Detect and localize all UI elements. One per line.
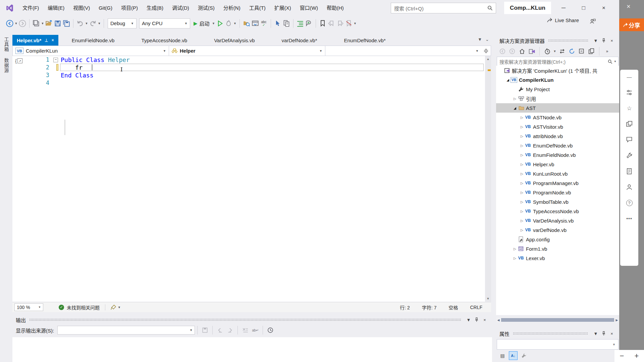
expander-icon[interactable]: ▷ — [519, 219, 525, 223]
menu-item-s[interactable]: 测试(S) — [194, 0, 219, 16]
code-line-3[interactable]: 3End Class — [12, 71, 491, 79]
bookmark-icon[interactable] — [319, 18, 327, 28]
close-icon[interactable]: × — [52, 38, 54, 43]
scroll-up-icon[interactable]: ▲ — [487, 56, 490, 62]
expander-icon[interactable]: ▷ — [512, 247, 518, 251]
chevron-down-icon[interactable]: ▼ — [212, 22, 216, 25]
undo-icon[interactable] — [76, 18, 84, 28]
history-icon[interactable] — [265, 327, 275, 333]
output-panel-header[interactable]: 输出 ▼ × — [12, 315, 492, 324]
expander-icon[interactable]: ◢ — [505, 78, 511, 82]
chevron-down-icon[interactable]: ▼ — [465, 317, 473, 322]
pin-icon[interactable]: ⊣ — [44, 39, 49, 42]
code-editor[interactable]: {↗ 1−Public Class Helper2 fr3End Class4 … — [12, 56, 491, 302]
expander-icon[interactable]: ▷ — [512, 256, 518, 260]
chevron-down-icon[interactable]: ▼ — [353, 22, 357, 25]
tree-item-form1vb[interactable]: ▷Form1.vb — [496, 244, 619, 253]
zoom-out-icon[interactable]: − — [620, 352, 624, 360]
minimize-button[interactable]: ─ — [553, 0, 574, 16]
collapse-all-icon[interactable] — [577, 47, 586, 55]
tab-TypeAccessNodevb[interactable]: TypeAccessNode.vb — [128, 35, 201, 46]
new-project-icon[interactable] — [32, 18, 40, 28]
zoom-in-icon[interactable]: + — [635, 352, 639, 360]
panel-grip[interactable] — [548, 39, 588, 42]
bookmark-prev-icon[interactable] — [327, 18, 335, 28]
tab-VarDefAnalysisvb[interactable]: VarDefAnalysis.vb — [201, 35, 268, 46]
tree-item-symboltablevb[interactable]: ▷VBSymbolTable.vb — [496, 197, 619, 206]
tree-item-programmanagervb[interactable]: ▷VBProgramManager.vb — [496, 178, 619, 188]
menu-item-n[interactable]: 分析(N) — [219, 0, 245, 16]
pending-changes-icon[interactable] — [543, 47, 552, 55]
tab-list-icon[interactable]: ▼ — [478, 37, 482, 42]
scroll-left-icon[interactable]: ◀ — [496, 318, 501, 322]
chevron-down-icon[interactable]: ▼ — [553, 50, 557, 53]
expander-icon[interactable]: ▷ — [519, 228, 525, 232]
back-icon[interactable] — [498, 47, 507, 55]
quick-search-box[interactable]: 搜索 (Ctrl+Q) — [391, 3, 496, 13]
menu-item-e[interactable]: 编辑(E) — [43, 0, 69, 16]
pin-icon[interactable] — [473, 317, 481, 322]
minimize-icon[interactable]: — — [625, 72, 634, 81]
solution-explorer-header[interactable]: 解决方案资源管理器 ▼ × — [496, 35, 619, 46]
help-icon[interactable]: ? — [625, 198, 634, 207]
menu-item-h[interactable]: 帮助(H) — [322, 0, 348, 16]
properties-header[interactable]: 属性 ▼ × — [496, 328, 619, 339]
expander-icon[interactable]: ▷ — [512, 97, 518, 101]
code-cleanup-button[interactable]: ▼ — [111, 305, 121, 310]
interactive-icon[interactable] — [305, 18, 313, 28]
star-icon[interactable]: ☆ — [625, 104, 634, 113]
line-ending-indicator[interactable]: CRLF — [470, 305, 482, 310]
zoom-dropdown[interactable]: 100 % ▼ — [14, 303, 43, 311]
indent-icon[interactable] — [296, 18, 304, 28]
output-source-dropdown[interactable]: ▼ — [57, 326, 195, 335]
open-file-icon[interactable] — [45, 18, 53, 28]
tree-item-appconfig[interactable]: App.config — [496, 235, 619, 244]
search-icon[interactable] — [487, 5, 493, 11]
start-without-debugging-icon[interactable] — [216, 18, 224, 28]
overflow-icon[interactable]: » — [603, 47, 611, 55]
code-line-1[interactable]: 1−Public Class Helper — [12, 56, 491, 64]
expander-icon[interactable]: ◢ — [512, 106, 518, 110]
toggle-layout-icon[interactable]: ⌄ — [485, 37, 489, 42]
tab-Helpervb[interactable]: Helper.vb*⊣× — [12, 35, 58, 46]
menu-item-f[interactable]: 文件(F) — [18, 0, 43, 16]
menu-item-v[interactable]: 视图(V) — [69, 0, 94, 16]
type-dropdown[interactable]: Helper ▼ — [169, 46, 325, 56]
menu-item-d[interactable]: 调试(D) — [168, 0, 194, 16]
maximize-button[interactable]: □ — [574, 0, 594, 16]
chevron-down-icon[interactable]: ▼ — [14, 22, 18, 25]
menu-item-p[interactable]: 项目(P) — [117, 0, 142, 16]
tree-item-vardefanalysisvb[interactable]: ▷VBVarDefAnalysis.vb — [496, 216, 619, 225]
switch-views-icon[interactable] — [558, 47, 567, 55]
tree-item-enumfieldnodevb[interactable]: ▷VBEnumFieldNode.vb — [496, 150, 619, 160]
expander-icon[interactable]: ▷ — [519, 172, 525, 176]
chat-icon[interactable] — [625, 135, 634, 144]
expander-icon[interactable]: ▷ — [519, 191, 525, 194]
tree-item-ast[interactable]: ◢AST — [496, 103, 619, 113]
expander-icon[interactable]: ▷ — [519, 200, 525, 204]
expander-icon[interactable]: ▷ — [519, 134, 525, 138]
pin-icon[interactable] — [600, 38, 608, 43]
close-button[interactable]: × — [594, 0, 614, 16]
chevron-down-icon[interactable]: ▼ — [592, 331, 600, 336]
forward-icon[interactable] — [18, 18, 26, 28]
redo-icon[interactable] — [89, 18, 97, 28]
tree-item-programnodevb[interactable]: ▷VBProgramNode.vb — [496, 188, 619, 197]
menu-item-gitg[interactable]: Git(G) — [94, 0, 117, 16]
tree-item-myproject[interactable]: My Project — [496, 84, 619, 94]
collapse-region-icon[interactable]: − — [53, 58, 58, 62]
save-log-icon[interactable] — [200, 327, 210, 333]
copy-structure-icon[interactable] — [282, 18, 290, 28]
save-all-icon[interactable] — [62, 18, 70, 28]
find-in-files-icon[interactable] — [243, 18, 251, 28]
feedback-icon[interactable] — [590, 18, 596, 25]
editor-vertical-scrollbar[interactable]: ▲ ▼ — [485, 56, 491, 302]
expander-icon[interactable]: ▷ — [519, 209, 525, 213]
tree-item-compilerklun1[interactable]: 解决方案 'CompilerKLun' (1 个项目, 共 — [496, 66, 619, 75]
panel-grip[interactable] — [513, 332, 588, 335]
show-all-files-icon[interactable] — [587, 47, 596, 55]
scrollbar-thumb[interactable] — [501, 318, 614, 322]
forward-icon[interactable] — [508, 47, 517, 55]
expander-icon[interactable]: ▷ — [519, 153, 525, 157]
save-icon[interactable] — [54, 18, 62, 28]
